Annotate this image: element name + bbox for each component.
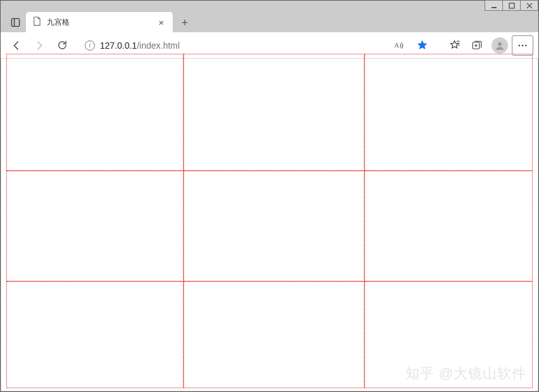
browser-window: 九宫格 × + i 127.0.0.1/index.html A — [0, 0, 539, 392]
svg-rect-0 — [492, 7, 497, 8]
url-path: /index.html — [137, 40, 180, 51]
new-tab-button[interactable]: + — [175, 13, 194, 32]
minimize-button[interactable] — [485, 0, 503, 11]
page-viewport: 知乎 @大镜山软件 — [1, 59, 538, 391]
window-controls — [485, 0, 538, 11]
url-text: 127.0.0.1/index.html — [100, 40, 383, 51]
more-button[interactable] — [512, 35, 533, 56]
favorite-button[interactable] — [411, 35, 433, 56]
grid-cell — [364, 54, 533, 171]
svg-point-12 — [519, 44, 520, 46]
svg-point-11 — [498, 42, 502, 46]
back-button[interactable] — [6, 35, 27, 56]
forward-button[interactable] — [28, 35, 50, 56]
site-info-icon[interactable]: i — [85, 40, 95, 51]
address-bar[interactable]: i 127.0.0.1/index.html A — [78, 36, 438, 55]
nine-grid — [6, 54, 533, 388]
url-host: 127.0.0.1 — [100, 40, 137, 51]
svg-text:A: A — [395, 42, 399, 49]
page-icon — [32, 16, 42, 28]
grid-cell — [183, 171, 364, 281]
svg-rect-1 — [509, 3, 514, 8]
titlebar — [1, 1, 538, 11]
grid-cell — [183, 54, 364, 171]
avatar-icon — [492, 37, 508, 54]
tab-active[interactable]: 九宫格 × — [26, 12, 173, 32]
tab-strip: 九宫格 × + — [1, 11, 538, 32]
grid-cell — [6, 281, 183, 388]
tab-title: 九宫格 — [47, 17, 151, 28]
tab-actions-button[interactable] — [4, 12, 26, 32]
tab-close-button[interactable]: × — [156, 17, 166, 27]
svg-point-13 — [522, 44, 523, 46]
maximize-button[interactable] — [502, 0, 521, 11]
read-aloud-button[interactable]: A — [388, 35, 410, 56]
svg-rect-2 — [11, 18, 19, 26]
collections-button[interactable] — [466, 35, 488, 56]
refresh-button[interactable] — [51, 35, 73, 56]
grid-cell — [6, 171, 183, 281]
grid-cell — [183, 281, 364, 388]
profile-button[interactable] — [489, 35, 511, 56]
favorites-list-button[interactable] — [443, 35, 465, 56]
close-window-button[interactable] — [520, 0, 538, 11]
svg-point-14 — [525, 44, 526, 46]
grid-cell — [6, 54, 183, 171]
grid-cell — [364, 171, 533, 281]
grid-cell — [364, 281, 533, 388]
